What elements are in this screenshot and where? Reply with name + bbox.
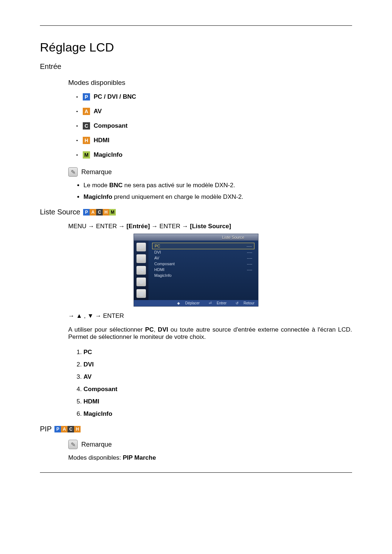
osd-row-label: AV [154, 256, 159, 260]
list-item: MagicInfo [83, 410, 352, 418]
a-icon: A [83, 108, 90, 115]
bullet-icon: • [76, 109, 79, 114]
source-num-list: PC DVI AV Composant HDMI MagicInfo [83, 349, 352, 418]
bullet-icon: • [76, 123, 79, 129]
nav-line: → ▲ , ▼ → ENTER [68, 312, 352, 320]
osd-footer-enter: ⏎ Entrer [205, 301, 226, 305]
remark-row: ✎ Remarque [68, 440, 352, 449]
pip-modes-bold: PIP Marche [123, 454, 156, 461]
note-item: MagicInfo prend uniquement en charge le … [83, 193, 352, 201]
mode-label: AV [94, 108, 102, 115]
divider-top [40, 25, 352, 26]
list-item: HDMI [83, 398, 352, 405]
section-liste-source-row: Liste Source P A C H M [40, 208, 352, 216]
section-entree: Entrée [40, 62, 352, 71]
source-badges: P A C H M [83, 209, 116, 216]
list-item: DVI [83, 361, 352, 368]
note-bold: BNC [109, 182, 123, 189]
desc-text: A utiliser pour sélectionner [68, 326, 145, 333]
mode-item-pc: • P PC / DVI / BNC [76, 93, 352, 100]
m-icon: M [83, 151, 90, 159]
mode-label: Composant [94, 122, 128, 130]
osd-side-icon: ⇄ [136, 243, 146, 251]
remark-label: Remarque [81, 168, 112, 176]
pip-modes-text: Modes disponibles: [68, 454, 123, 461]
section-pip-row: PIP P A C H [40, 425, 352, 433]
mode-label: PC / DVI / BNC [94, 93, 136, 100]
mode-item-hdmi: • H HDMI [76, 137, 352, 144]
section-modes: Modes disponibles [68, 79, 352, 87]
osd-row: MagicInfo [152, 272, 254, 278]
divider-bottom [40, 472, 352, 473]
note-text: prend uniquement en charge le modèle DXN… [112, 193, 243, 200]
description: A utiliser pour sélectionner PC, DVI ou … [68, 326, 352, 341]
note-text: Le mode [83, 182, 109, 189]
bullet-icon: • [76, 138, 79, 143]
menu-path-bold: [Entrée] [127, 223, 150, 230]
mode-label: HDMI [94, 137, 109, 144]
note-item: Le mode BNC ne sera pas activé sur le mo… [83, 182, 352, 189]
menu-path: MENU → ENTER → [Entrée] → ENTER → [Liste… [68, 223, 352, 230]
remark-row: ✎ Remarque [68, 167, 352, 177]
modes-list: • P PC / DVI / BNC • A AV • C Composant … [76, 93, 352, 159]
bullet-icon: • [76, 152, 79, 158]
a-icon: A [90, 209, 96, 216]
osd-row: AV---- [152, 255, 254, 261]
pip-badges: P A C H [54, 426, 81, 432]
osd-footer-move: ◆ Déplacer [173, 301, 200, 305]
desc-bold: PC [145, 326, 154, 333]
menu-path-text: → ENTER → [150, 223, 190, 230]
osd-content: PC---- DVI---- AV---- Composant---- HDMI… [148, 241, 258, 300]
section-liste-source: Liste Source [40, 208, 80, 216]
osd-row: Composant---- [152, 261, 254, 267]
osd-footer-return: ↺ Retour [232, 301, 254, 305]
osd-row-label: HDMI [154, 267, 164, 272]
p-icon: P [54, 426, 61, 432]
h-icon: H [103, 209, 109, 216]
osd-row: PC---- [152, 243, 254, 249]
osd-row-val: ---- [247, 256, 252, 260]
h-icon: H [74, 426, 81, 432]
menu-path-text: MENU → ENTER → [68, 223, 127, 230]
c-icon: C [96, 209, 103, 216]
note-bold: MagicInfo [83, 193, 112, 200]
osd-screenshot: Liste Source ⇄ ☀ ◔ ⚙ ▥ PC---- DVI---- AV… [40, 234, 352, 307]
c-icon: C [83, 122, 90, 130]
note-text: ne sera pas activé sur le modèle DXN-2. [123, 182, 235, 189]
list-item: PC [83, 349, 352, 356]
osd-row-label: Composant [154, 262, 175, 266]
osd-row-label: DVI [154, 250, 161, 254]
osd-row-val: ---- [247, 267, 252, 272]
osd-row: DVI---- [152, 249, 254, 255]
osd-header: Liste Source [134, 234, 258, 241]
page-title: Réglage LCD [40, 40, 352, 54]
osd-side-icon: ☀ [136, 254, 146, 263]
list-item: AV [83, 373, 352, 381]
note-icon: ✎ [68, 167, 78, 177]
a-icon: A [61, 426, 68, 432]
mode-item-av: • A AV [76, 108, 352, 115]
menu-path-bold: [Liste Source] [190, 223, 231, 230]
mode-label: MagicInfo [94, 151, 122, 159]
mode-item-composant: • C Composant [76, 122, 352, 130]
osd-row-val: ---- [247, 262, 252, 266]
osd-footer: ◆ Déplacer ⏎ Entrer ↺ Retour [134, 300, 258, 306]
osd-row-label: PC [155, 244, 160, 248]
m-icon: M [109, 209, 116, 216]
p-icon: P [83, 93, 90, 100]
osd-sidebar: ⇄ ☀ ◔ ⚙ ▥ [134, 241, 148, 300]
osd-side-icon: ◔ [136, 266, 146, 275]
remark-label: Remarque [81, 441, 112, 448]
osd-side-icon: ▥ [136, 289, 146, 298]
osd-row: HDMI---- [152, 267, 254, 272]
desc-bold: DVI [158, 326, 168, 333]
desc-text: , [154, 326, 158, 333]
osd-row-val: ---- [246, 244, 252, 248]
osd-row-val: ---- [247, 250, 252, 254]
notes-list: Le mode BNC ne sera pas activé sur le mo… [83, 182, 352, 201]
bullet-icon: • [76, 94, 79, 100]
note-icon: ✎ [68, 440, 78, 449]
mode-item-magicinfo: • M MagicInfo [76, 151, 352, 159]
c-icon: C [68, 426, 74, 432]
list-item: Composant [83, 386, 352, 393]
